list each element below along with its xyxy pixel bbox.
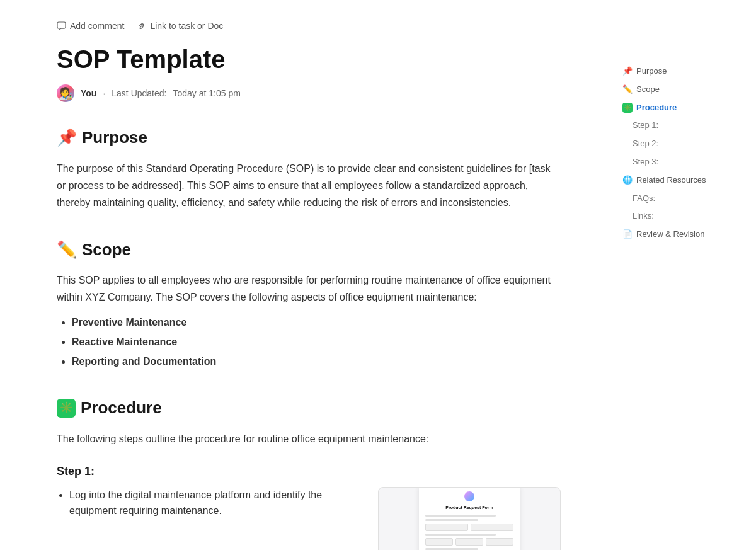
link-icon (137, 21, 146, 31)
scope-heading: ✏️ Scope (57, 237, 561, 263)
link-task-button[interactable]: Link to task or Doc (137, 19, 223, 33)
last-updated-label: Last Updated: (112, 86, 166, 100)
procedure-heading: ✳️ Procedure (57, 395, 561, 421)
document-title: SOP Template (57, 44, 561, 74)
toc-step3[interactable]: Step 3: (617, 154, 746, 171)
last-updated-value: Today at 1:05 pm (173, 86, 240, 100)
add-comment-label: Add comment (70, 19, 124, 33)
toc-purpose-emoji: 📌 (622, 65, 633, 78)
toc-scope-emoji: ✏️ (622, 83, 633, 96)
svg-rect-0 (57, 22, 66, 28)
page-layout: Add comment Link to task or Doc SOP Temp… (0, 0, 756, 550)
comment-icon (57, 21, 66, 31)
step-1-content: Log into the digital maintenance platfor… (57, 487, 561, 550)
procedure-emoji: ✳️ (57, 399, 76, 418)
scope-bullet-2: Reactive Maintenance (72, 333, 561, 350)
toc-step1[interactable]: Step 1: (617, 117, 746, 134)
avatar: 🧑‍🎨 (57, 84, 74, 102)
meta-row: 🧑‍🎨 You · Last Updated: Today at 1:05 pm (57, 84, 561, 102)
procedure-body: The following steps outline the procedur… (57, 430, 561, 447)
purpose-section: 📌 Purpose The purpose of this Standard O… (57, 125, 561, 211)
main-content: Add comment Link to task or Doc SOP Temp… (19, 0, 598, 550)
add-comment-button[interactable]: Add comment (57, 19, 124, 33)
toc-scope[interactable]: ✏️ Scope (617, 81, 746, 98)
scope-bullet-3: Reporting and Documentation (72, 353, 561, 370)
scope-bullet-list: Preventive Maintenance Reactive Maintena… (72, 314, 561, 370)
procedure-section: ✳️ Procedure The following steps outline… (57, 395, 561, 550)
toolbar: Add comment Link to task or Doc (57, 19, 561, 33)
toc-related-resources-emoji: 🌐 (622, 174, 633, 187)
scope-emoji: ✏️ (57, 237, 77, 263)
toc-review-revision-label: Review & Revision (636, 228, 704, 241)
purpose-heading: 📌 Purpose (57, 125, 561, 151)
avatar-emoji: 🧑‍🎨 (59, 88, 72, 99)
toc-faqs[interactable]: FAQs: (617, 190, 746, 207)
purpose-body: The purpose of this Standard Operating P… (57, 160, 561, 212)
purpose-emoji: 📌 (57, 125, 77, 151)
toc-scope-label: Scope (636, 83, 660, 96)
table-of-contents: 📌 Purpose ✏️ Scope ✳️ Procedure Step 1: … (617, 0, 756, 550)
toc-related-resources-label: Related Resources (636, 174, 706, 187)
step-1-text: Log into the digital maintenance platfor… (57, 487, 359, 519)
step-1-container: Step 1: Log into the digital maintenance… (57, 462, 561, 550)
scope-section: ✏️ Scope This SOP applies to all employe… (57, 237, 561, 370)
toc-step1-label: Step 1: (633, 119, 658, 132)
form-mockup: Product Request Form (419, 487, 520, 550)
toc-faqs-label: FAQs: (633, 192, 655, 205)
step-1-bullet: Log into the digital maintenance platfor… (69, 487, 359, 519)
toc-links[interactable]: Links: (617, 208, 746, 225)
toc-step2-label: Step 2: (633, 137, 658, 151)
toc-review-revision[interactable]: 📄 Review & Revision (617, 226, 746, 243)
toc-step2[interactable]: Step 2: (617, 135, 746, 152)
toc-procedure-emoji: ✳️ (622, 103, 633, 113)
toc-review-revision-emoji: 📄 (622, 228, 633, 241)
step-1-label: Step 1: (57, 462, 561, 481)
form-title: Product Request Form (425, 504, 513, 511)
toc-step3-label: Step 3: (633, 156, 658, 169)
scope-body: This SOP applies to all employees who ar… (57, 272, 561, 370)
toc-procedure-label: Procedure (636, 101, 677, 115)
toc-links-label: Links: (633, 210, 654, 223)
scope-bullet-1: Preventive Maintenance (72, 314, 561, 331)
step-1-image: Product Request Form (378, 487, 561, 550)
toc-related-resources[interactable]: 🌐 Related Resources (617, 172, 746, 189)
toc-purpose[interactable]: 📌 Purpose (617, 63, 746, 80)
toc-procedure[interactable]: ✳️ Procedure (617, 100, 746, 117)
link-task-label: Link to task or Doc (150, 19, 223, 33)
author-name: You (81, 86, 96, 100)
toc-purpose-label: Purpose (636, 65, 667, 78)
